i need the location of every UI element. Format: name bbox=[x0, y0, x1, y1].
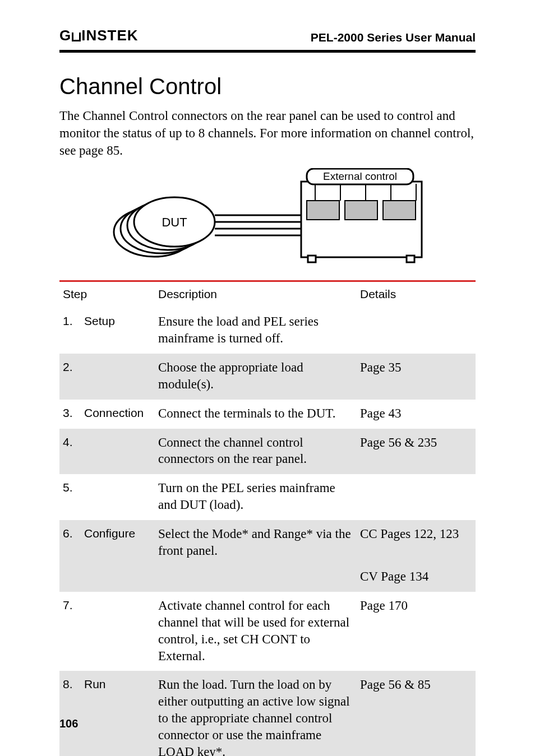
step-details: Page 43 bbox=[357, 400, 476, 429]
step-label bbox=[81, 592, 155, 671]
step-description: Run the load. Turn the load on by either… bbox=[155, 671, 357, 756]
table-header-row: Step Description Details bbox=[59, 282, 476, 308]
table-row: 3.ConnectionConnect the terminals to the… bbox=[59, 400, 476, 429]
table-row: 8.RunRun the load. Turn the load on by e… bbox=[59, 671, 476, 756]
svg-rect-16 bbox=[307, 201, 339, 220]
step-label: Configure bbox=[81, 520, 155, 566]
table-row: 7.Activate channel control for each chan… bbox=[59, 592, 476, 671]
step-label: Setup bbox=[81, 308, 155, 354]
section-title: Channel Control bbox=[59, 74, 476, 99]
step-description: Ensure the load and PEL series mainframe… bbox=[155, 308, 357, 354]
table-row: 1.SetupEnsure the load and PEL series ma… bbox=[59, 308, 476, 354]
table-row: 5.Turn on the PEL series mainframe and D… bbox=[59, 474, 476, 520]
col-step: Step bbox=[59, 282, 155, 308]
step-number: 3. bbox=[59, 400, 81, 429]
step-description: Turn on the PEL series mainframe and DUT… bbox=[155, 474, 357, 520]
step-details: Page 35 bbox=[357, 354, 476, 400]
step-details: Page 56 & 235 bbox=[357, 429, 476, 475]
step-description: Connect the channel control connectors o… bbox=[155, 429, 357, 475]
step-label: Run bbox=[81, 671, 155, 756]
step-description: Activate channel control for each channe… bbox=[155, 592, 357, 671]
steps-table: Step Description Details 1.SetupEnsure t… bbox=[59, 282, 476, 756]
svg-rect-10 bbox=[407, 256, 414, 262]
step-label bbox=[81, 474, 155, 520]
step-number: 7. bbox=[59, 592, 81, 671]
step-details: Page 170 bbox=[357, 592, 476, 671]
step-number: 1. bbox=[59, 308, 81, 354]
step-label bbox=[81, 354, 155, 400]
step-details-extra: CV Page 134 bbox=[357, 566, 476, 592]
table-row: 2.Choose the appropriate load module(s).… bbox=[59, 354, 476, 400]
step-number: 2. bbox=[59, 354, 81, 400]
table-row: 4.Connect the channel control connectors… bbox=[59, 429, 476, 475]
col-description: Description bbox=[155, 282, 357, 308]
step-details bbox=[357, 474, 476, 520]
step-label bbox=[81, 429, 155, 475]
svg-rect-18 bbox=[383, 201, 416, 220]
step-label: Connection bbox=[81, 400, 155, 429]
header-rule bbox=[59, 50, 476, 53]
step-details: Page 56 & 85 bbox=[357, 671, 476, 756]
brand-u-glyph bbox=[72, 33, 81, 41]
step-description: Connect the terminals to the DUT. bbox=[155, 400, 357, 429]
step-description: Choose the appropriate load module(s). bbox=[155, 354, 357, 400]
dut-label: DUT bbox=[162, 215, 187, 229]
svg-rect-17 bbox=[345, 201, 377, 220]
step-number: 5. bbox=[59, 474, 81, 520]
diagram: DUT bbox=[59, 168, 476, 275]
brand-logo: GINSTEK bbox=[59, 27, 139, 44]
manual-title: PEL-2000 Series User Manual bbox=[311, 31, 476, 44]
svg-rect-9 bbox=[308, 256, 316, 262]
step-number: 6. bbox=[59, 520, 81, 566]
channel-control-diagram: DUT bbox=[110, 168, 425, 275]
page-number: 106 bbox=[59, 717, 78, 730]
table-row: 6.ConfigureSelect the Mode* and Range* v… bbox=[59, 520, 476, 566]
table-row: CV Page 134 bbox=[59, 566, 476, 592]
step-description: Select the Mode* and Range* via the fron… bbox=[155, 520, 357, 566]
step-details: CC Pages 122, 123 bbox=[357, 520, 476, 566]
section-intro: The Channel Control connectors on the re… bbox=[59, 107, 476, 159]
controller-label: External control bbox=[323, 170, 397, 182]
step-number: 4. bbox=[59, 429, 81, 475]
col-details: Details bbox=[357, 282, 476, 308]
step-number: 8. bbox=[59, 671, 81, 756]
page-header: GINSTEK PEL-2000 Series User Manual bbox=[59, 27, 476, 48]
step-details bbox=[357, 308, 476, 354]
